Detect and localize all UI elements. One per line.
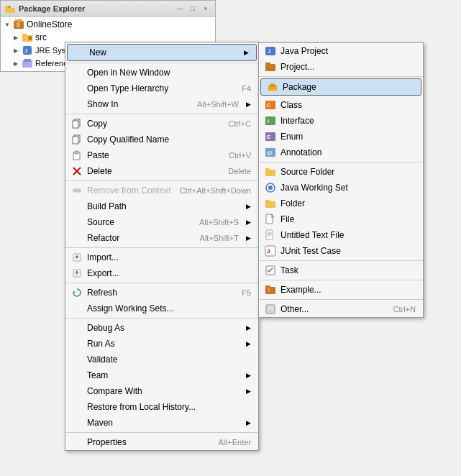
menu-item-debug-as[interactable]: Debug As ▶ xyxy=(65,320,258,336)
menu-item-assign-working[interactable]: Assign Working Sets... xyxy=(65,301,258,316)
menu-item-refresh[interactable]: Refresh F5 xyxy=(65,285,258,301)
svg-rect-41 xyxy=(265,170,275,176)
menu-label-compare-with: Compare With xyxy=(87,386,239,396)
project-label: OnlineStore xyxy=(27,19,72,29)
submenu-label-java-working-set: Java Working Set xyxy=(280,183,416,193)
menu-item-properties[interactable]: Properties Alt+Enter xyxy=(65,434,258,450)
menu-item-paste[interactable]: Paste Ctrl+V xyxy=(65,147,258,163)
submenu-item-project[interactable]: Project... xyxy=(259,59,423,75)
submenu-new: J Java Project Project... xyxy=(258,42,424,318)
menu-label-restore-local: Restore from Local History... xyxy=(87,402,251,412)
submenu-item-annotation[interactable]: @ Annotation xyxy=(259,145,423,160)
shortcut-open-hierarchy: F4 xyxy=(242,84,251,93)
submenu-item-package[interactable]: Package xyxy=(260,78,421,96)
tree-project[interactable]: S OnlineStore xyxy=(1,18,215,31)
src-label: src xyxy=(35,32,47,42)
minimize-button[interactable]: — xyxy=(174,3,186,14)
svg-rect-45 xyxy=(265,201,275,208)
menu-label-copy-qualified: Copy Qualified Name xyxy=(87,134,251,145)
menu-item-maven[interactable]: Maven ▶ xyxy=(65,415,258,431)
submenu-item-junit[interactable]: J JUnit Test Case xyxy=(259,243,423,259)
package-explorer-icon xyxy=(4,3,16,14)
menu-item-export[interactable]: Export... xyxy=(65,265,258,281)
run-as-icon xyxy=(71,338,83,349)
shortcut-paste: Ctrl+V xyxy=(229,151,251,160)
remove-context-icon xyxy=(71,185,83,196)
import-icon xyxy=(71,252,83,263)
menu-item-copy[interactable]: Copy Ctrl+C xyxy=(65,116,258,132)
submenu-item-example[interactable]: ! Example... xyxy=(259,282,423,298)
export-icon xyxy=(71,267,83,279)
menu-item-validate[interactable]: Validate xyxy=(65,352,258,367)
file-icon xyxy=(265,214,276,225)
submenu-item-enum[interactable]: E Enum xyxy=(259,129,423,145)
submenu-arrow-source: ▶ xyxy=(246,219,251,226)
submenu-sep-1 xyxy=(259,76,423,77)
submenu-label-junit: JUnit Test Case xyxy=(280,246,416,256)
panel-title: Package Explorer xyxy=(19,4,171,13)
svg-text:@: @ xyxy=(267,150,273,156)
arrow-icon xyxy=(12,60,19,67)
submenu-label-class: Class xyxy=(280,100,416,110)
submenu-item-class[interactable]: C Class xyxy=(259,97,423,113)
menu-item-show-in[interactable]: Show In Alt+Shift+W ▶ xyxy=(65,96,258,112)
menu-item-delete[interactable]: Delete Delete xyxy=(65,163,258,179)
submenu-item-file[interactable]: File xyxy=(259,211,423,227)
example-icon: ! xyxy=(265,284,276,296)
submenu-item-untitled-text[interactable]: Untitled Text File xyxy=(259,227,423,243)
menu-item-compare-with[interactable]: Compare With ▶ xyxy=(65,383,258,399)
svg-rect-32 xyxy=(270,85,275,86)
text-file-icon xyxy=(265,229,276,241)
compare-with-icon xyxy=(71,385,83,397)
src-folder-icon xyxy=(22,32,33,43)
menu-item-source[interactable]: Source Alt+Shift+S ▶ xyxy=(65,214,258,230)
menu-label-open-hierarchy: Open Type Hierarchy xyxy=(87,83,237,93)
svg-text:E: E xyxy=(267,134,271,140)
submenu-item-java-project[interactable]: J Java Project xyxy=(259,43,423,59)
shortcut-refactor: Alt+Shift+T xyxy=(200,234,239,242)
menu-item-open-hierarchy[interactable]: Open Type Hierarchy F4 xyxy=(65,81,258,96)
svg-rect-14 xyxy=(73,121,78,128)
submenu-item-task[interactable]: Task xyxy=(259,262,423,278)
menu-label-refactor: Refactor xyxy=(87,233,196,243)
menu-item-new[interactable]: New ▶ xyxy=(67,44,257,61)
panel-header: Package Explorer — □ × xyxy=(1,1,215,17)
submenu-label-project: Project... xyxy=(280,62,416,72)
class-icon: C xyxy=(265,99,276,111)
svg-text:…: … xyxy=(268,306,274,313)
close-button[interactable]: × xyxy=(200,3,211,14)
svg-rect-46 xyxy=(265,200,270,202)
delete-icon xyxy=(71,165,83,177)
svg-rect-29 xyxy=(265,63,270,65)
submenu-item-java-working-set[interactable]: Java Working Set xyxy=(259,180,423,196)
menu-item-team[interactable]: Team ▶ xyxy=(65,367,258,383)
menu-item-open-window[interactable]: Open in New Window xyxy=(65,65,258,81)
submenu-item-folder[interactable]: Folder xyxy=(259,196,423,211)
submenu-arrow-show-in: ▶ xyxy=(246,101,251,108)
menu-label-source: Source xyxy=(87,217,195,227)
menu-item-build-path[interactable]: Build Path ▶ xyxy=(65,198,258,214)
submenu-item-source-folder[interactable]: Source Folder xyxy=(259,164,423,180)
menu-item-refactor[interactable]: Refactor Alt+Shift+T ▶ xyxy=(65,230,258,246)
submenu-item-other[interactable]: … Other... Ctrl+N xyxy=(259,301,423,317)
svg-rect-7 xyxy=(22,34,27,36)
menu-item-copy-qualified[interactable]: Copy Qualified Name xyxy=(65,132,258,147)
arrow-icon xyxy=(12,47,19,54)
svg-rect-42 xyxy=(265,168,270,170)
menu-item-remove-context[interactable]: Remove from Context Ctrl+Alt+Shift+Down xyxy=(65,183,258,198)
menu-item-restore-local[interactable]: Restore from Local History... xyxy=(65,399,258,415)
menu-item-import[interactable]: Import... xyxy=(65,250,258,265)
panel-header-icons: — □ × xyxy=(174,3,211,14)
maven-icon xyxy=(71,417,83,429)
maximize-button[interactable]: □ xyxy=(187,3,198,14)
menu-item-run-as[interactable]: Run As ▶ xyxy=(65,336,258,352)
source-folder-icon xyxy=(265,166,276,178)
submenu-item-interface[interactable]: I Interface xyxy=(259,113,423,129)
submenu-label-example: Example... xyxy=(280,285,416,295)
submenu-label-task: Task xyxy=(280,265,416,275)
menu-label-team: Team xyxy=(87,370,239,380)
menu-label-run-as: Run As xyxy=(87,339,239,349)
svg-rect-2 xyxy=(8,6,11,8)
submenu-label-java-project: Java Project xyxy=(280,46,416,56)
folder-icon xyxy=(265,198,276,209)
